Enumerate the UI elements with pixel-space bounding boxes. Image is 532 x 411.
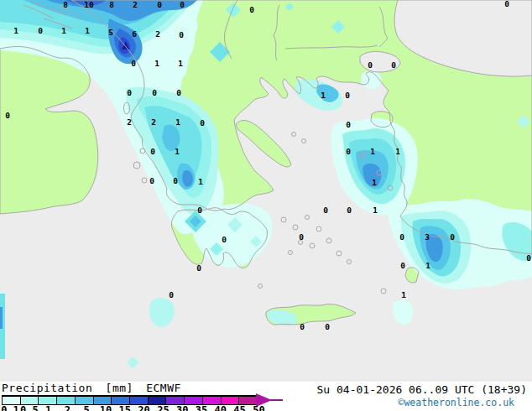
precip-value-label: 0 <box>196 263 201 273</box>
colorbar-segment <box>239 397 257 404</box>
precip-value-label: 1 <box>370 147 375 156</box>
colorbar-ticks: 0.10.5125101520253035404550 <box>0 405 302 411</box>
colorbar-tick-label: 45 <box>233 405 245 411</box>
precip-value-label: 0 <box>180 0 185 9</box>
colorbar-tick-label: 0.5 <box>20 405 39 411</box>
colorbar-tick-label: 40 <box>215 405 227 411</box>
precip-value-label: 0 <box>38 26 43 35</box>
precip-value-label: 1 <box>178 59 183 68</box>
map-canvas: 8108200001011562001100000100221000101100… <box>0 0 532 382</box>
precip-value-label: 0 <box>176 88 181 97</box>
precip-value-label: 0 <box>200 118 205 127</box>
precip-value-label: 0 <box>149 176 154 185</box>
precip-value-label: 0 <box>173 176 178 185</box>
precip-value-label: 0 <box>450 232 455 242</box>
precip-value-label: 1 <box>372 178 377 187</box>
precip-value-label: 0 <box>157 0 162 9</box>
precip-value-label: 0 <box>5 111 10 120</box>
precip-value-label: 1 <box>85 26 90 35</box>
colorbar-segment <box>130 397 149 404</box>
precip-value-label: 1 <box>321 91 326 100</box>
precip-value-label: 1 <box>425 261 430 270</box>
colorbar-segment <box>57 397 76 404</box>
precip-value-label: 0 <box>399 232 404 242</box>
precip-value-label: 0 <box>347 206 352 215</box>
precip-value-label: 5 <box>108 28 113 37</box>
precip-value-label: 1 <box>175 117 180 127</box>
precip-value-label: 2 <box>151 117 156 127</box>
colorbar-segment <box>39 397 57 404</box>
colorbar-tick-label: 2 <box>65 405 70 411</box>
precip-value-label: 0 <box>249 5 254 14</box>
precip-value-label: 0 <box>127 88 132 97</box>
colorbar-segment <box>76 397 94 404</box>
precip-value-label: 0 <box>368 60 373 70</box>
precip-value-label: 0 <box>346 120 351 129</box>
precip-value-label: 0 <box>197 206 202 215</box>
precip-value-label: 1 <box>198 177 203 186</box>
colorbar-tick-label: 50 <box>253 405 264 411</box>
colorbar-segment <box>21 397 39 404</box>
colorbar-segment <box>112 397 130 404</box>
precip-value-label: 1 <box>61 26 66 35</box>
precip-value-label: 1 <box>154 59 159 68</box>
colorbar-tick-label: 30 <box>176 405 188 411</box>
forecast-datetime: Su 04-01-2026 06..09 UTC (18+39) <box>317 383 527 396</box>
precip-value-label: 0 <box>299 232 304 242</box>
colorbar-segment <box>3 397 21 404</box>
colorbar-segment <box>185 397 203 404</box>
precip-value-label: 0 <box>504 0 509 8</box>
colorbar-tick-label: 10 <box>100 405 112 411</box>
legend-title: Precipitation [mm] ECMWF <box>2 382 256 396</box>
precip-value-label: 0 <box>325 322 330 331</box>
precip-value-label: 0 <box>391 60 396 70</box>
precip-value-label: 1 <box>401 290 406 299</box>
precip-value-label: 2 <box>127 117 132 127</box>
colorbar-tick-label: 0.1 <box>1 405 19 411</box>
copyright: ©weatheronline.co.uk <box>399 397 514 408</box>
colorbar-tick-label: 5 <box>84 405 90 411</box>
colorbar-tick-label: 1 <box>45 405 51 411</box>
precip-value-label: 1 <box>395 147 400 156</box>
precip-value-label: 0 <box>323 206 328 215</box>
precip-value-label: 0 <box>169 290 174 299</box>
colorbar-tick-label: 20 <box>138 405 149 411</box>
precip-value-label: 6 <box>132 29 137 39</box>
weather-map-page: 8108200001011562001100000100221000101100… <box>0 0 532 411</box>
precip-value-label: 0 <box>150 147 155 156</box>
precip-value-label: 10 <box>84 0 94 9</box>
precip-area <box>0 307 3 329</box>
precip-value-label: 0 <box>222 235 227 244</box>
precip-value-label: 1 <box>175 147 180 156</box>
precip-value-label: 0 <box>345 91 350 100</box>
precipitation-map: 8108200001011562001100000100221000101100… <box>0 0 532 382</box>
precip-value-label: 0 <box>131 59 136 68</box>
precip-value-label: 1 <box>13 26 18 35</box>
colorbar-segment <box>203 397 222 404</box>
colorbar-segment <box>94 397 112 404</box>
colorbar-segment <box>166 397 185 404</box>
colorbar-segment <box>222 397 240 404</box>
precip-value-label: 1 <box>373 206 378 215</box>
precip-value-label: 2 <box>133 0 138 9</box>
precip-value-label: 0 <box>400 261 405 270</box>
precip-value-label: 0 <box>526 253 531 263</box>
colorbar-tick-label: 25 <box>157 405 169 411</box>
colorbar-tick-label: 35 <box>196 405 207 411</box>
precip-value-label: 0 <box>152 88 157 97</box>
precip-value-label: 0 <box>346 147 351 156</box>
colorbar-segment <box>149 397 167 404</box>
precip-value-label: 0 <box>179 30 184 39</box>
legend: Precipitation [mm] ECMWF 0.10.5125101520… <box>0 382 532 411</box>
precip-value-label: 8 <box>63 0 68 9</box>
precip-value-label: 0 <box>300 322 305 331</box>
precip-value-label: 3 <box>425 232 430 242</box>
colorbar-tick-label: 15 <box>119 405 131 411</box>
precip-value-label: 2 <box>155 29 160 39</box>
precip-value-label: 8 <box>109 0 114 9</box>
